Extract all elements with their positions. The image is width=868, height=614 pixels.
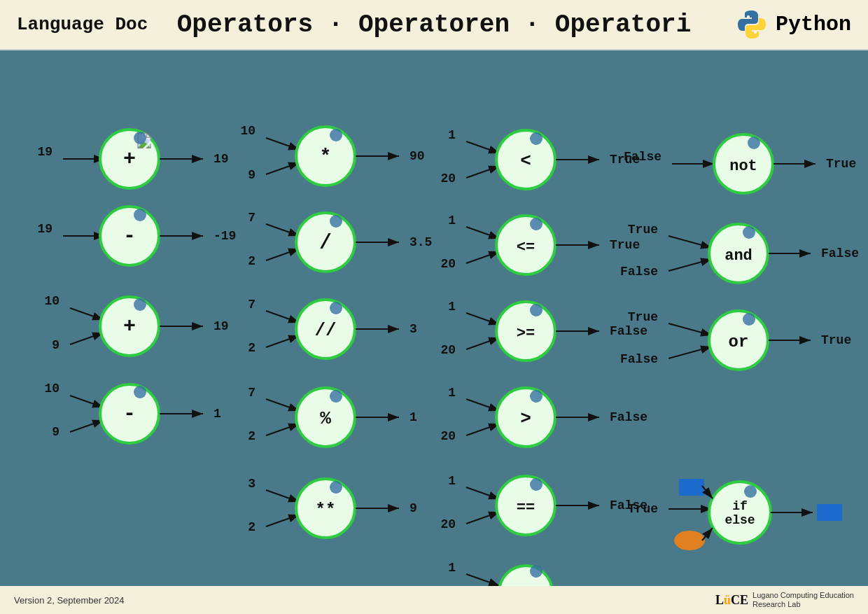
svg-text:90: 90 <box>410 149 425 163</box>
svg-text:19: 19 <box>37 222 52 236</box>
svg-text:else: else <box>724 513 755 527</box>
svg-text:==: == <box>517 499 535 517</box>
svg-text:+: + <box>123 314 136 338</box>
svg-text:9: 9 <box>248 168 255 182</box>
svg-text:-: - <box>123 224 136 248</box>
svg-line-88 <box>466 337 500 349</box>
svg-text:*: * <box>320 146 332 167</box>
svg-line-40 <box>266 249 300 260</box>
svg-text:True: True <box>628 502 658 516</box>
svg-text:9: 9 <box>52 425 59 439</box>
svg-point-163 <box>530 304 542 316</box>
svg-line-71 <box>466 141 500 153</box>
svg-line-31 <box>266 138 300 150</box>
svg-text:3: 3 <box>410 322 417 336</box>
svg-line-111 <box>466 574 500 586</box>
python-label: Python <box>776 13 851 36</box>
svg-line-56 <box>266 424 300 435</box>
svg-text:False: False <box>624 150 662 164</box>
svg-text:False: False <box>610 410 648 424</box>
svg-line-64 <box>266 515 300 526</box>
svg-line-96 <box>466 424 500 435</box>
python-badge: Python <box>735 8 851 41</box>
lab-label: Lugano Computing EducationResearch Lab <box>752 591 854 609</box>
svg-line-87 <box>466 313 500 325</box>
svg-text:False: False <box>620 352 658 366</box>
svg-text:20: 20 <box>440 429 456 443</box>
svg-line-126 <box>668 259 712 271</box>
svg-text:2: 2 <box>248 429 255 443</box>
svg-text:True: True <box>610 238 640 252</box>
svg-line-125 <box>668 236 712 248</box>
svg-point-169 <box>743 313 755 326</box>
svg-text:20: 20 <box>440 517 456 531</box>
svg-text:or: or <box>729 333 749 351</box>
svg-rect-151 <box>817 504 842 521</box>
svg-text:10: 10 <box>44 294 59 308</box>
svg-text:19: 19 <box>37 145 52 159</box>
svg-text:7: 7 <box>248 298 255 312</box>
svg-point-160 <box>330 481 342 494</box>
svg-text:>=: >= <box>517 325 535 342</box>
svg-text:%: % <box>320 408 331 429</box>
svg-point-159 <box>330 390 342 403</box>
svg-text:1: 1 <box>410 410 417 424</box>
svg-line-95 <box>466 399 500 411</box>
version-label: Version 2, September 2024 <box>14 595 125 606</box>
svg-point-154 <box>134 298 146 311</box>
svg-text:<=: <= <box>517 239 535 256</box>
svg-text:not: not <box>729 158 757 175</box>
svg-text:7: 7 <box>248 211 255 225</box>
svg-point-164 <box>530 390 542 403</box>
svg-text:9: 9 <box>410 501 417 515</box>
svg-text:1: 1 <box>448 300 456 314</box>
svg-text:2: 2 <box>248 341 255 355</box>
svg-text:2: 2 <box>248 520 255 534</box>
lab-logo: LüCE Lugano Computing EducationResearch … <box>715 591 854 609</box>
svg-text:True: True <box>628 223 658 237</box>
svg-point-1 <box>754 31 757 34</box>
svg-text:1: 1 <box>448 474 456 488</box>
svg-point-156 <box>330 129 342 141</box>
svg-text://: // <box>314 320 336 341</box>
svg-text:/: / <box>319 231 332 255</box>
svg-point-166 <box>530 565 542 578</box>
svg-text:True: True <box>628 310 658 324</box>
svg-text:<: < <box>520 151 531 172</box>
svg-line-24 <box>70 420 104 432</box>
svg-text:3.5: 3.5 <box>410 235 432 249</box>
svg-text:1: 1 <box>448 386 456 400</box>
app-title: Language Doc <box>17 14 148 35</box>
python-icon <box>735 8 769 41</box>
svg-line-134 <box>668 347 712 358</box>
svg-text:-: - <box>123 402 136 426</box>
svg-text:20: 20 <box>440 172 456 186</box>
svg-line-72 <box>466 166 500 178</box>
svg-text:19: 19 <box>214 319 229 333</box>
svg-point-161 <box>530 132 542 145</box>
svg-line-23 <box>70 396 104 407</box>
svg-point-162 <box>530 218 542 230</box>
svg-text:10: 10 <box>240 124 255 138</box>
diagram: + 19 19 - 19 -19 + 10 9 19 - 10 9 1 <box>0 50 868 614</box>
svg-point-0 <box>747 15 750 18</box>
svg-point-167 <box>748 137 760 149</box>
page-title: Operators · Operatoren · Operatori <box>177 11 692 39</box>
svg-text:20: 20 <box>440 343 456 357</box>
svg-line-133 <box>668 323 712 335</box>
svg-point-168 <box>743 226 755 239</box>
svg-line-103 <box>466 487 500 499</box>
svg-text:1: 1 <box>448 214 456 228</box>
svg-point-157 <box>330 215 342 228</box>
svg-line-32 <box>266 162 300 174</box>
svg-text:7: 7 <box>248 386 255 400</box>
svg-point-165 <box>530 478 542 491</box>
svg-line-104 <box>466 512 500 524</box>
svg-text:True: True <box>826 157 856 171</box>
svg-text:+: + <box>123 147 136 171</box>
svg-line-47 <box>266 311 300 323</box>
svg-point-170 <box>744 485 757 498</box>
svg-text:-19: -19 <box>214 229 236 243</box>
svg-text:10: 10 <box>44 382 59 396</box>
svg-text:3: 3 <box>248 477 255 491</box>
